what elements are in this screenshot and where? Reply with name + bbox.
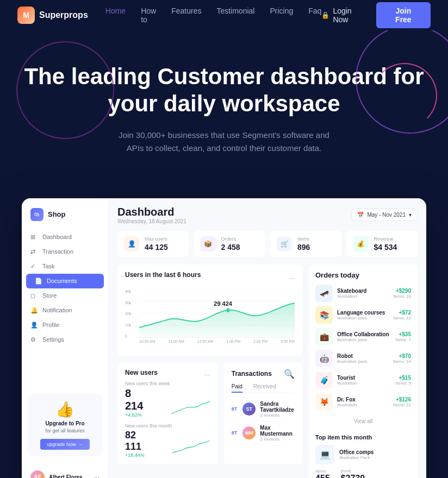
order-thumb-1: 🛹 <box>315 285 333 302</box>
date-range-selector[interactable]: 📅 May - Nov 2021 ▾ <box>351 209 418 221</box>
grid-icon: ⊞ <box>30 234 38 241</box>
bottom-cards: New users ··· New users this week 8 214 … <box>117 362 302 464</box>
tab-paid[interactable]: Paid <box>232 383 242 393</box>
order-item-1: 🛹 Skateboard Illustration +$290 Items: 1… <box>315 285 411 302</box>
stat-revenue: 💰 Revenue $4 534 <box>347 231 418 257</box>
navbar: M Superprops Home How to Features Testim… <box>0 0 448 30</box>
avatar: AF <box>30 470 45 478</box>
area-chart: 40k 30k 20k 10k 0 <box>125 290 295 349</box>
calendar-icon: 📅 <box>357 212 364 218</box>
login-button[interactable]: 🔒 Login Now <box>321 7 367 24</box>
dashboard-title: Dashboard <box>117 206 186 218</box>
stat-items: 🛒 Items 896 <box>270 231 341 257</box>
sidebar-item-task[interactable]: ✓ Task <box>22 259 108 274</box>
chevron-down-icon: ▾ <box>409 212 412 218</box>
user-name: Albert Flores <box>49 474 83 478</box>
revenue-icon: 💰 <box>353 236 369 251</box>
trans-avatar-2: MM <box>242 426 256 439</box>
stat-orders: 📦 Orders 2 458 <box>194 231 265 257</box>
main-content: Dashboard Wednesday, 18 August 2021 📅 Ma… <box>109 198 426 478</box>
view-all-orders[interactable]: View all <box>315 415 411 427</box>
login-label: Login Now <box>333 7 367 24</box>
tab-received[interactable]: Received <box>253 383 276 393</box>
right-panel: Orders today 🛹 Skateboard Illustration +… <box>309 265 418 478</box>
top-item-section: Top item this month 💻 Office comps Illus… <box>315 434 411 478</box>
nav-link-home[interactable]: Home <box>105 7 126 24</box>
nav-logo: M Superprops <box>17 7 88 24</box>
upgrade-title: Upgrade to Pro <box>33 420 97 426</box>
x-axis-labels: 10:00 AM 11:00 AM 12:00 AM 1:00 PM 2:00 … <box>139 339 295 343</box>
task-icon: ✓ <box>30 263 38 270</box>
orders-icon: 📦 <box>201 236 216 251</box>
nav-link-features[interactable]: Features <box>171 7 201 24</box>
transactions-tabs: Paid Received <box>232 383 295 393</box>
order-item-2: 📚 Language courses illustration pack +$7… <box>315 306 411 324</box>
order-item-5: 🧳 Tourist Illustration +$15 Items: 3 <box>315 372 411 389</box>
order-thumb-3: 💼 <box>315 328 333 345</box>
upgrade-widget: 👍 Upgrade to Pro for get all features up… <box>27 394 103 456</box>
sidebar-item-profile[interactable]: 👤 Profile <box>22 318 108 332</box>
users-chart-card: Users in the last 6 hours ··· 40k 30k 20… <box>117 265 302 356</box>
top-item-title: Top item this month <box>315 434 411 441</box>
order-item-4: 🤖 Robot illustration pack +$70 Items: 14 <box>315 350 411 367</box>
top-item-stats: Items 455 Profit $2730 <box>315 469 411 478</box>
nav-link-howto[interactable]: How to <box>141 7 156 24</box>
transactions-card: Transactions 🔍 Paid Received 8T ST <box>224 362 302 464</box>
new-users-options[interactable]: ··· <box>204 371 210 379</box>
order-thumb-2: 📚 <box>315 306 333 324</box>
orders-title: Orders today <box>315 271 411 279</box>
order-thumb-5: 🧳 <box>315 372 333 389</box>
arrow-right-icon: → <box>78 442 83 447</box>
sidebar-item-dashboard[interactable]: ⊞ Dashboard <box>22 230 108 244</box>
sidebar-item-transaction[interactable]: ⇄ Transaction <box>22 244 108 259</box>
dashboard-card: 🛍 Shop ⊞ Dashboard ⇄ Transaction ✓ Task … <box>22 198 426 478</box>
transactions-title: Transactions <box>232 370 272 378</box>
upgrade-desc: for get all features <box>33 427 97 435</box>
sidebar-item-notification[interactable]: 🔔 Notification <box>22 303 108 318</box>
sidebar: 🛍 Shop ⊞ Dashboard ⇄ Transaction ✓ Task … <box>22 198 109 478</box>
new-users-card: New users ··· New users this week 8 214 … <box>117 362 217 464</box>
dashboard-title-group: Dashboard Wednesday, 18 August 2021 <box>117 206 186 224</box>
store-icon: ◻ <box>30 292 38 299</box>
nav-link-testimonial[interactable]: Testimonial <box>216 7 254 24</box>
sidebar-user: AF Albert Flores ··· <box>22 465 108 478</box>
logo-icon: M <box>17 7 35 24</box>
transactions-search-icon[interactable]: 🔍 <box>284 369 295 379</box>
hero-section: The leading Customer dashboard for your … <box>0 30 448 198</box>
chart-svg-container: 29 424 <box>139 290 295 338</box>
sidebar-item-store[interactable]: ◻ Store <box>22 288 108 303</box>
order-item-3: 💼 Office Collaboration illustration pack… <box>315 328 411 345</box>
upgrade-thumb-icon: 👍 <box>33 400 97 418</box>
new-users-title: New users <box>125 369 158 376</box>
dashboard-preview: 🛍 Shop ⊞ Dashboard ⇄ Transaction ✓ Task … <box>0 198 448 478</box>
transaction-item-2: 8T MM Max Mustermann 2 Invoices <box>232 422 295 445</box>
chart-options-icon[interactable]: ··· <box>289 274 295 282</box>
sidebar-logo: 🛍 Shop <box>22 206 108 230</box>
top-item-row: 💻 Office comps Illustration Pack <box>315 445 411 464</box>
documents-icon: 📄 <box>35 278 42 285</box>
hero-subtitle: Join 30,000+ businesses that use Segment… <box>115 129 333 155</box>
sidebar-item-documents[interactable]: 📄 Documents <box>26 274 104 288</box>
nav-link-pricing[interactable]: Pricing <box>270 7 293 24</box>
transaction-icon: ⇄ <box>30 248 38 255</box>
dashboard-date: Wednesday, 18 August 2021 <box>117 218 186 224</box>
nav-brand: Superprops <box>39 10 88 20</box>
join-free-button[interactable]: Join Free <box>376 2 431 28</box>
more-options-icon[interactable]: ··· <box>94 474 99 478</box>
lock-icon: 🔒 <box>321 11 329 19</box>
left-column: Users in the last 6 hours ··· 40k 30k 20… <box>117 265 302 478</box>
order-item-6: 🦊 Dr. Fox Illustration +$126 Items: 21 <box>315 393 411 411</box>
stat-max-users: 👤 Max users 44 125 <box>117 231 189 257</box>
trans-avatar-1: ST <box>242 402 256 416</box>
top-item-image: 💻 <box>315 445 335 464</box>
sidebar-brand: Shop <box>48 210 66 218</box>
stat-cards: 👤 Max users 44 125 📦 Orders 2 458 🛒 <box>117 231 418 257</box>
sidebar-item-settings[interactable]: ⚙ Settings <box>22 332 108 347</box>
upgrade-button[interactable]: upgrade Now → <box>40 439 90 450</box>
nav-link-faq[interactable]: Faq <box>308 7 321 24</box>
settings-icon: ⚙ <box>30 336 38 343</box>
order-thumb-6: 🦊 <box>315 393 333 411</box>
transaction-item-1: 8T ST Sandra Tavartkiladze 3 Invoices <box>232 398 295 422</box>
dashboard-header: Dashboard Wednesday, 18 August 2021 📅 Ma… <box>117 206 418 224</box>
chart-title: Users in the last 6 hours <box>125 271 201 279</box>
